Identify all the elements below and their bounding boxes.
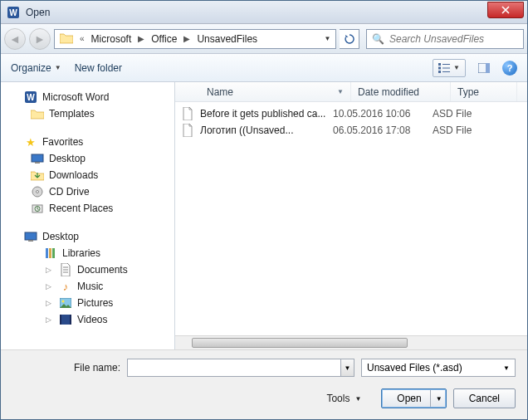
search-icon: 🔍 <box>372 33 384 45</box>
organize-button[interactable]: Organize ▼ <box>11 62 61 74</box>
sidebar-item-desktop[interactable]: Desktop <box>1 150 174 167</box>
svg-rect-25 <box>60 315 71 325</box>
sidebar-label: Videos <box>77 314 107 325</box>
column-type[interactable]: Type <box>451 82 517 101</box>
sidebar-item-desktop2[interactable]: Desktop <box>1 228 174 245</box>
file-icon <box>175 107 200 120</box>
chevron-down-icon: ▼ <box>503 364 510 372</box>
sidebar-item-templates[interactable]: Templates <box>1 105 174 122</box>
cd-icon <box>31 185 44 198</box>
sidebar-item-music[interactable]: ▷ ♪ Music <box>1 278 174 295</box>
svg-text:W: W <box>27 93 35 102</box>
document-icon <box>59 263 72 276</box>
file-name: Before it gets published ca... <box>200 108 333 120</box>
breadcrumb-item[interactable]: UnsavedFiles <box>193 32 261 46</box>
preview-pane-button[interactable] <box>472 59 496 77</box>
breadcrumb[interactable]: « Microsoft ▶ Office ▶ UnsavedFiles ▼ <box>54 29 336 49</box>
open-button[interactable]: Open ▼ <box>381 388 446 408</box>
back-button[interactable]: ◄ <box>4 28 26 50</box>
file-list: Name ▼ Date modified Type Before it gets… <box>175 82 527 349</box>
open-label: Open <box>397 393 421 404</box>
chevron-right-icon: ▶ <box>138 34 144 43</box>
svg-rect-22 <box>52 248 55 258</box>
sidebar-item-libraries[interactable]: Libraries <box>1 245 174 261</box>
breadcrumb-item[interactable]: Office <box>148 32 180 46</box>
help-button[interactable]: ? <box>502 61 517 76</box>
svg-text:W: W <box>9 8 17 17</box>
navbar: ◄ ► « Microsoft ▶ Office ▶ UnsavedFiles … <box>1 24 527 54</box>
column-name[interactable]: Name ▼ <box>200 82 351 101</box>
svg-rect-7 <box>442 71 450 72</box>
sidebar-item-pictures[interactable]: ▷ Pictures <box>1 295 174 311</box>
tree-toggle-icon[interactable]: ▷ <box>46 282 54 291</box>
refresh-button[interactable] <box>340 29 359 49</box>
videos-icon <box>59 313 72 326</box>
sidebar-label: Pictures <box>77 297 113 309</box>
horizontal-scrollbar[interactable] <box>175 335 527 349</box>
organize-label: Organize <box>11 62 51 74</box>
sidebar-item-favorites[interactable]: ★ Favorites <box>1 134 174 150</box>
sort-arrow-icon: ▼ <box>337 88 344 95</box>
file-row[interactable]: Логотип ((Unsaved... 06.05.2016 17:08 AS… <box>175 122 527 139</box>
tools-button[interactable]: Tools ▼ <box>326 393 361 404</box>
tree-toggle-icon[interactable]: ▷ <box>46 315 54 324</box>
pictures-icon <box>59 296 72 310</box>
toolbar: Organize ▼ New folder ▼ ? <box>1 54 527 82</box>
footer: File name: ▼ Unsaved Files (*.asd) ▼ Too… <box>1 349 527 419</box>
sidebar-item-documents[interactable]: ▷ Documents <box>1 261 174 278</box>
music-icon: ♪ <box>59 280 72 293</box>
scrollbar-thumb[interactable] <box>192 338 408 348</box>
svg-rect-2 <box>438 63 441 66</box>
breadcrumb-item[interactable]: Microsoft <box>88 32 135 46</box>
sidebar-label: Desktop <box>49 153 86 164</box>
sidebar-item-recent[interactable]: Recent Places <box>1 200 174 217</box>
forward-button[interactable]: ► <box>29 28 51 50</box>
sidebar-item-videos[interactable]: ▷ Videos <box>1 311 174 328</box>
svg-rect-18 <box>25 232 37 240</box>
filename-dropdown[interactable]: ▼ <box>341 359 354 377</box>
sidebar-label: Downloads <box>49 169 98 181</box>
sidebar-label: Microsoft Word <box>42 91 109 103</box>
svg-point-24 <box>62 300 65 303</box>
search-box[interactable]: 🔍 <box>366 29 524 49</box>
search-input[interactable] <box>388 32 518 46</box>
svg-rect-21 <box>49 248 51 258</box>
sidebar: W Microsoft Word Templates ★ Favorites D… <box>1 82 175 349</box>
file-row[interactable]: Before it gets published ca... 10.05.201… <box>175 105 527 122</box>
svg-rect-12 <box>32 154 43 162</box>
sidebar-label: Desktop <box>42 231 79 242</box>
tree-toggle-icon[interactable]: ▷ <box>46 266 54 274</box>
svg-rect-19 <box>28 240 33 242</box>
svg-rect-6 <box>442 67 450 68</box>
svg-rect-3 <box>438 66 441 69</box>
sidebar-label: CD Drive <box>49 186 90 198</box>
new-folder-button[interactable]: New folder <box>75 62 122 74</box>
filetype-filter[interactable]: Unsaved Files (*.asd) ▼ <box>361 359 516 377</box>
sidebar-label: Documents <box>77 264 128 276</box>
open-dialog: W Open ◄ ► « Microsoft ▶ Office ▶ Unsave… <box>0 0 528 420</box>
column-date[interactable]: Date modified <box>351 82 451 101</box>
downloads-icon <box>31 168 44 182</box>
svg-rect-26 <box>60 315 61 325</box>
close-button[interactable] <box>487 2 524 18</box>
filename-input[interactable] <box>127 359 341 377</box>
file-date: 10.05.2016 10:06 <box>333 108 433 120</box>
svg-rect-13 <box>35 162 40 164</box>
recent-icon <box>31 202 44 215</box>
svg-rect-20 <box>46 248 48 258</box>
libraries-icon <box>44 247 57 260</box>
file-type: ASD File <box>433 125 499 136</box>
view-mode-button[interactable]: ▼ <box>433 59 466 77</box>
sidebar-item-cddrive[interactable]: CD Drive <box>1 183 174 200</box>
sidebar-item-word[interactable]: W Microsoft Word <box>1 89 174 105</box>
chevron-down-icon: ▼ <box>55 64 61 71</box>
cancel-button[interactable]: Cancel <box>453 388 516 408</box>
sidebar-item-downloads[interactable]: Downloads <box>1 167 174 183</box>
titlebar: W Open <box>1 1 527 24</box>
breadcrumb-dropdown[interactable]: ▼ <box>320 30 334 48</box>
svg-point-15 <box>37 191 39 193</box>
tree-toggle-icon[interactable]: ▷ <box>46 299 54 307</box>
svg-rect-4 <box>438 71 441 73</box>
svg-rect-5 <box>442 64 450 65</box>
filter-label: Unsaved Files (*.asd) <box>367 362 462 374</box>
